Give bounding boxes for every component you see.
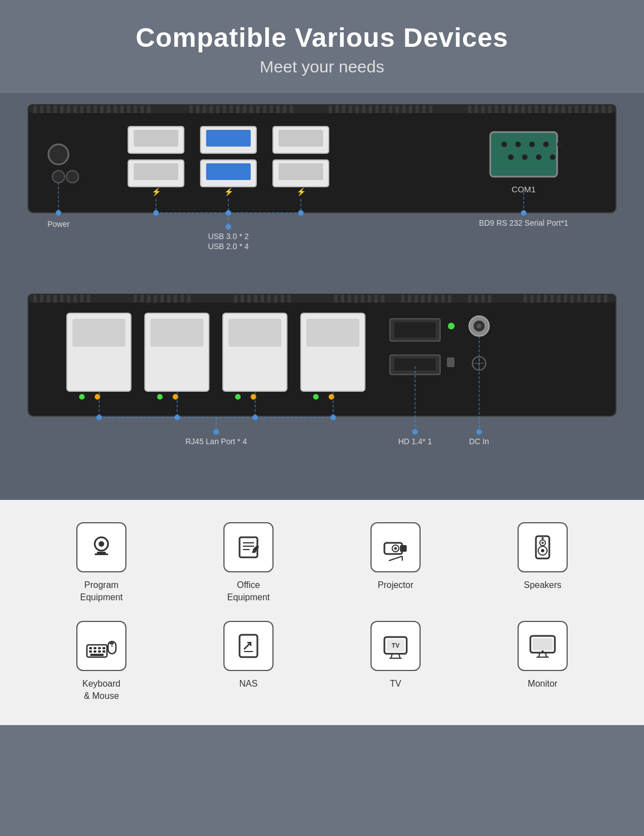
svg-rect-159 <box>414 295 418 303</box>
svg-rect-88 <box>279 130 323 147</box>
svg-rect-136 <box>167 295 170 303</box>
svg-rect-141 <box>241 295 244 303</box>
svg-rect-150 <box>341 295 344 303</box>
svg-rect-180 <box>597 295 601 303</box>
svg-rect-12 <box>100 105 104 113</box>
svg-rect-124 <box>47 295 50 303</box>
svg-rect-83 <box>206 130 251 147</box>
svg-rect-138 <box>180 295 184 303</box>
svg-point-245 <box>541 542 544 544</box>
icon-item-speakers: Speakers <box>475 522 611 604</box>
svg-rect-5 <box>53 105 57 113</box>
svg-point-96 <box>543 142 549 147</box>
svg-rect-166 <box>475 295 478 303</box>
icons-grid: ProgramEquipment OfficeEquipment <box>33 522 611 703</box>
svg-rect-157 <box>401 295 404 303</box>
svg-rect-35 <box>290 105 293 113</box>
svg-rect-13 <box>107 105 110 113</box>
svg-rect-7 <box>67 105 70 113</box>
svg-rect-162 <box>435 295 438 303</box>
svg-point-100 <box>536 154 541 160</box>
top-panel-diagram: ⚡ ⚡ ⚡ COM1 <box>22 104 622 260</box>
svg-rect-261 <box>110 643 114 644</box>
svg-point-75 <box>52 171 65 183</box>
icon-box-program-equipment <box>76 522 126 572</box>
svg-rect-59 <box>515 105 518 113</box>
svg-point-229 <box>99 541 104 547</box>
svg-rect-122 <box>33 295 37 303</box>
svg-rect-70 <box>588 105 592 113</box>
svg-rect-85 <box>206 163 251 180</box>
svg-rect-58 <box>508 105 511 113</box>
svg-point-203 <box>477 324 481 328</box>
svg-point-95 <box>529 142 535 147</box>
svg-rect-47 <box>402 105 406 113</box>
svg-rect-16 <box>127 105 130 113</box>
svg-text:⚡: ⚡ <box>224 187 234 197</box>
svg-rect-51 <box>429 105 432 113</box>
svg-rect-140 <box>234 295 237 303</box>
svg-rect-169 <box>524 295 527 303</box>
svg-rect-38 <box>342 105 345 113</box>
svg-rect-144 <box>261 295 264 303</box>
svg-rect-21 <box>196 105 199 113</box>
svg-rect-252 <box>98 647 101 649</box>
svg-rect-60 <box>521 105 525 113</box>
svg-rect-121 <box>28 294 616 303</box>
svg-rect-43 <box>375 105 379 113</box>
svg-rect-195 <box>306 319 359 347</box>
svg-rect-63 <box>541 105 545 113</box>
icon-label-keyboard-mouse: Keyboard& Mouse <box>82 678 121 703</box>
icon-box-speakers <box>518 522 568 572</box>
diagrams-section: ⚡ ⚡ ⚡ COM1 <box>0 93 644 500</box>
svg-point-248 <box>541 537 544 539</box>
svg-rect-15 <box>120 105 124 113</box>
svg-text:HD 1.4* 1: HD 1.4* 1 <box>398 437 432 446</box>
svg-rect-137 <box>174 295 177 303</box>
svg-rect-72 <box>602 105 605 113</box>
svg-rect-175 <box>564 295 567 303</box>
svg-point-94 <box>515 142 521 147</box>
svg-rect-250 <box>89 647 92 649</box>
svg-rect-199 <box>394 322 436 338</box>
svg-rect-48 <box>409 105 412 113</box>
svg-text:USB 3.0 * 2: USB 3.0 * 2 <box>208 232 248 241</box>
icon-item-monitor: Monitor <box>475 621 611 703</box>
svg-rect-145 <box>267 295 271 303</box>
svg-rect-142 <box>247 295 251 303</box>
svg-rect-258 <box>90 654 104 656</box>
svg-rect-231 <box>95 553 108 555</box>
icon-box-monitor <box>518 621 568 671</box>
svg-rect-173 <box>550 295 554 303</box>
svg-rect-42 <box>369 105 372 113</box>
svg-point-104 <box>56 210 61 216</box>
svg-rect-28 <box>243 105 246 113</box>
svg-rect-53 <box>475 105 478 113</box>
svg-point-101 <box>550 154 555 160</box>
svg-point-97 <box>557 142 563 147</box>
svg-point-247 <box>541 549 544 552</box>
svg-rect-46 <box>396 105 399 113</box>
svg-rect-161 <box>428 295 431 303</box>
svg-rect-56 <box>495 105 498 113</box>
svg-point-76 <box>66 171 79 183</box>
svg-rect-164 <box>448 295 451 303</box>
svg-rect-26 <box>230 105 233 113</box>
svg-rect-65 <box>555 105 558 113</box>
svg-point-98 <box>508 154 514 160</box>
main-title: Compatible Various Devices <box>11 22 633 53</box>
svg-rect-255 <box>94 650 96 653</box>
svg-rect-127 <box>67 295 70 303</box>
svg-text:RJ45 Lan Port * 4: RJ45 Lan Port * 4 <box>186 437 247 446</box>
svg-rect-17 <box>134 105 137 113</box>
svg-rect-251 <box>94 647 96 649</box>
svg-rect-90 <box>279 163 323 180</box>
svg-rect-30 <box>256 105 260 113</box>
svg-point-239 <box>394 547 397 550</box>
svg-point-74 <box>48 144 69 164</box>
svg-rect-54 <box>481 105 485 113</box>
svg-rect-191 <box>228 319 281 347</box>
icon-label-monitor: Monitor <box>528 678 557 690</box>
svg-rect-3 <box>40 105 43 113</box>
svg-rect-131 <box>134 295 137 303</box>
